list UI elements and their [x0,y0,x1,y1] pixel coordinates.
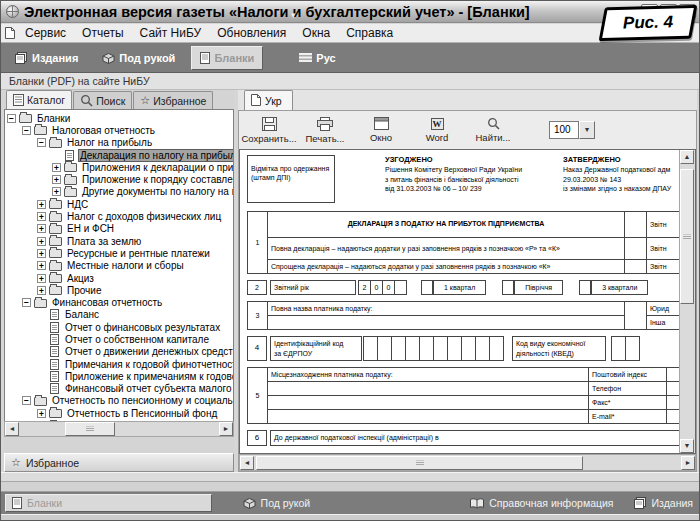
save-button[interactable]: Сохранить... [241,113,297,147]
tree-item[interactable]: Примечания к годовой финотчетности [7,358,233,370]
expand-toggle[interactable]: + [52,175,61,184]
chevron-down-icon[interactable]: ▾ [579,121,595,139]
expand-toggle[interactable]: − [22,396,31,405]
tree-item[interactable]: −Бланки [7,112,233,124]
expand-toggle[interactable]: + [52,187,61,196]
expand-toggle[interactable]: + [37,261,46,270]
scroll-right-icon[interactable]: ► [219,422,233,436]
tree-item[interactable]: Финансовый отчет субъекта малого пре [7,383,233,395]
expand-toggle[interactable]: − [22,298,31,307]
toolbar-tab-blanki[interactable]: Бланки [191,46,263,70]
window-button[interactable]: Окно [353,113,409,147]
tree-item[interactable]: Декларация по налогу на прибыль п [7,149,233,161]
window-icon [374,117,389,130]
expand-toggle[interactable]: + [37,200,46,209]
scroll-left-icon[interactable]: ◄ [240,456,254,470]
printer-icon [317,117,333,131]
tab-избранное[interactable]: ☆Избранное [133,91,213,109]
tree-item[interactable]: +Налог с доходов физических лиц [7,210,233,222]
tree-item[interactable]: +ЕН и ФСН [7,223,233,235]
tree-item[interactable]: Отчет о собственном капитале [7,333,233,345]
taskbar-item-label: Под рукой [261,497,311,509]
scroll-thumb[interactable] [65,422,115,436]
chevron-down-icon[interactable]: ▾ [291,10,296,20]
tab-ukr[interactable]: Укр [244,90,293,110]
tree-item[interactable]: Приложение к примечаниям к годовой ф [7,370,233,382]
tab-поиск[interactable]: Поиск [73,91,132,109]
menu-item[interactable]: Отчеты [74,26,131,40]
editions-icon [634,497,647,509]
tree-item[interactable]: +Ресурсные и рентные платежи [7,247,233,259]
edrpou-digit-cell [475,336,490,361]
expand-toggle[interactable]: + [52,163,61,172]
tab-label: Каталог [27,94,65,106]
scroll-right-icon[interactable]: ► [681,456,695,470]
taskbar-item-spravka[interactable]: Справочная информация [464,494,619,512]
form-section-5: 5 Місцезнаходження платника податку: Пош… [247,367,679,424]
expand-toggle[interactable]: − [22,126,31,135]
expand-toggle[interactable]: + [37,409,46,418]
toolbar-tab-pod-rukoy[interactable]: Под рукой [94,46,183,70]
tree-item[interactable]: +Другие документы по налогу на при [7,186,233,198]
tree-item[interactable]: −Налоговая отчетность [7,124,233,136]
favorites-bar[interactable]: ☆ Избранное [4,453,234,472]
form-section-3: 3 Повна назва платника податку: Юрид Інш… [247,301,679,330]
taskbar-item-pod-rukoy[interactable]: Под рукой [237,494,317,512]
tree-item[interactable]: −Налог на прибыль [7,137,233,149]
button-label: Word [426,132,449,143]
zoom-value[interactable]: 100 [549,121,579,139]
menu-item[interactable]: Окна [294,26,338,40]
tree-horizontal-scrollbar[interactable]: ◄ ► [4,421,234,437]
toolbar-tab-rus[interactable]: Рус [291,46,343,70]
catalog-icon [13,94,24,106]
tree-item[interactable]: +Местные налоги и сборы [7,260,233,272]
find-button[interactable]: Найти... [465,113,521,147]
tree-item[interactable]: Отчет о движении денежных средств [7,346,233,358]
expand-toggle[interactable]: + [37,274,46,283]
scroll-down-icon[interactable]: ▼ [680,439,694,453]
tree-item[interactable]: Отчет о финансовых результатах [7,321,233,333]
expand-toggle[interactable]: + [37,224,46,233]
tree-item[interactable]: +НДС [7,198,233,210]
scroll-thumb[interactable] [680,169,694,304]
document-preview[interactable]: Відмітка про одержання (штамп ДПІ) УЗГОД… [239,149,696,454]
expand-toggle[interactable]: + [37,212,46,221]
menu-item[interactable]: Сайт НиБУ [132,26,210,40]
toolbar-tab-izdaniya[interactable]: Издания [7,46,86,70]
main-toolbar: ИзданияПод рукойБланкиРус [1,43,699,73]
expand-toggle[interactable]: + [37,286,46,295]
expand-toggle[interactable]: + [37,249,46,258]
catalog-tree[interactable]: −Бланки−Налоговая отчетность−Налог на пр… [4,109,234,437]
tree-item[interactable]: −Финансовая отчетность [7,296,233,308]
tree-item[interactable]: +Отчетность в Пенсионный фонд [7,407,233,419]
expand-toggle[interactable]: − [37,138,46,147]
tree-item[interactable]: +Акциз [7,272,233,284]
taskbar-item-blanki[interactable]: Бланки [5,494,212,512]
word-button[interactable]: WWord [409,113,465,147]
kved-digit-cell [611,336,626,361]
period-checkbox [421,280,433,295]
tree-item[interactable]: +Плата за землю [7,235,233,247]
menu-item[interactable]: Обновления [209,26,294,40]
menu-item[interactable]: Справка [338,26,401,40]
tree-item[interactable]: +Прочие [7,284,233,296]
tree-item[interactable]: −Отчетность по пенсионному и социальному… [7,395,233,407]
folder-icon [49,286,62,295]
expand-toggle[interactable]: − [7,114,16,123]
menu-item[interactable]: Сервис [17,26,74,40]
tree-item[interactable]: +Приложение к порядку составления [7,173,233,185]
expand-toggle[interactable]: + [37,237,46,246]
form-section-6: 6 До державної податкової інспекції (адм… [247,430,679,446]
scroll-left-icon[interactable]: ◄ [5,422,19,436]
document-horizontal-scrollbar[interactable]: ◄ ► [239,454,696,471]
folder-icon [49,200,62,209]
tree-item[interactable]: +Приложения к декларации о прибыл [7,161,233,173]
tree-item[interactable]: Баланс [7,309,233,321]
document-vertical-scrollbar[interactable]: ▲ ▼ [679,150,695,453]
tab-каталог[interactable]: Каталог [6,90,72,109]
print-button[interactable]: Печать... [297,113,353,147]
scroll-up-icon[interactable]: ▲ [680,150,694,164]
scroll-thumb[interactable] [256,456,583,470]
taskbar-item-izdaniya[interactable]: Издания [628,494,699,512]
tree-item-label: Примечания к годовой финотчетности [63,359,234,370]
